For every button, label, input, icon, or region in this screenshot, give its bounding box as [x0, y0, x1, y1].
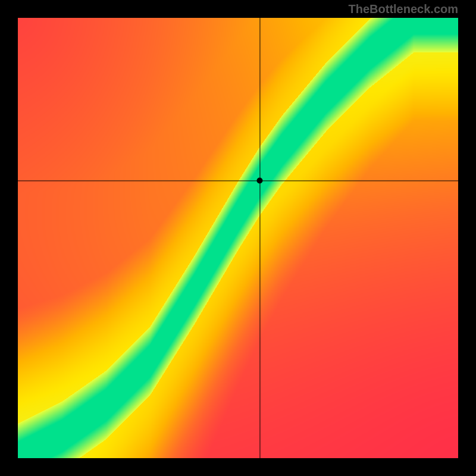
heatmap-canvas: [18, 18, 458, 458]
heatmap-plot: [18, 18, 458, 458]
watermark-text: TheBottleneck.com: [349, 2, 458, 16]
chart-frame: TheBottleneck.com: [0, 0, 476, 476]
